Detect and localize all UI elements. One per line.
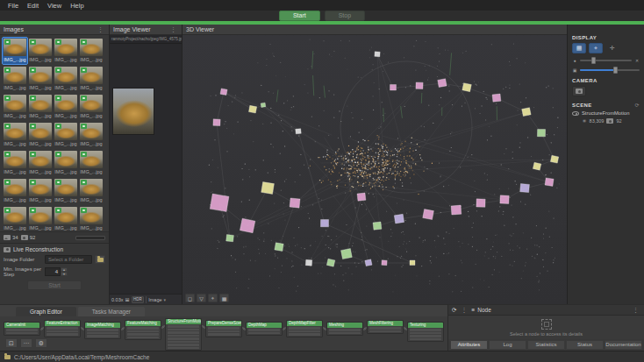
camera-plane: [451, 205, 462, 215]
graph-editor-canvas[interactable]: ⊡ ⋯ ⚙ CameraInitFeatureExtractionImageMa…: [0, 316, 447, 351]
gallery-thumbnail[interactable]: IMG_...jpg: [54, 150, 78, 176]
node-kebab-icon[interactable]: ⋮: [459, 307, 469, 314]
graph-node-featurematching[interactable]: FeatureMatching: [125, 320, 161, 340]
gallery-thumbnail[interactable]: IMG_...jpg: [28, 150, 53, 176]
image-folder-label: Image Folder: [4, 257, 42, 262]
node-refresh-icon[interactable]: ⟳: [452, 307, 456, 314]
images-menu-icon[interactable]: ⋮: [96, 26, 105, 33]
gallery-thumbnail[interactable]: IMG_...jpg: [3, 66, 27, 92]
camera-plane: [375, 52, 380, 57]
gallery-thumbnail[interactable]: IMG_...jpg: [28, 94, 53, 120]
gallery-thumbnail[interactable]: IMG_...jpg: [28, 122, 53, 148]
graph-node-featureextraction[interactable]: FeatureExtraction: [44, 320, 81, 337]
camera-plane: [550, 155, 558, 163]
graph-node-camerainit[interactable]: CameraInit: [4, 322, 40, 336]
more-options-icon[interactable]: ⋯: [20, 338, 32, 348]
gizmo-icon[interactable]: ⌖: [208, 294, 218, 302]
gallery-thumbnail[interactable]: IMG_...jpg: [79, 66, 104, 92]
graph-node-texturing[interactable]: Texturing: [407, 322, 444, 342]
graph-node-depthmap[interactable]: DepthMap: [246, 322, 283, 336]
node-tab-documentation[interactable]: Documentation: [605, 340, 642, 350]
menu-file[interactable]: File: [4, 1, 23, 11]
node-tab-log[interactable]: Log: [489, 340, 526, 350]
gallery-thumbnail[interactable]: IMG_...jpg: [3, 94, 27, 120]
gallery-thumbnail[interactable]: IMG_...jpg: [79, 122, 104, 148]
scene-sync-icon[interactable]: ⟳: [635, 102, 640, 108]
image-viewer-canvas[interactable]: [110, 44, 182, 294]
gallery-thumbnail[interactable]: IMG_...jpg: [79, 178, 104, 204]
gallery-thumbnail[interactable]: IMG_...jpg: [28, 38, 53, 64]
min-images-stepper[interactable]: 4 ▴ ▾: [45, 267, 68, 276]
render-mode-icon[interactable]: ◻: [185, 294, 195, 302]
gizmo-toggle-icon[interactable]: ⌖: [589, 43, 603, 53]
browse-folder-button[interactable]: [95, 255, 105, 264]
fit-graph-icon[interactable]: ⊡: [5, 338, 18, 348]
node-tab-attributes[interactable]: Attributes: [450, 340, 488, 350]
gallery-thumbnail[interactable]: IMG_...jpg: [54, 66, 78, 92]
graph-settings-gear-icon[interactable]: ⚙: [35, 338, 47, 348]
gallery-thumbnail[interactable]: IMG_...jpg: [3, 150, 27, 176]
thumbnail-label: IMG_...jpg: [4, 224, 26, 231]
wireframe-icon[interactable]: ▽: [197, 294, 206, 302]
thumbnail-label: IMG_...jpg: [80, 112, 103, 119]
locator-toggle-icon[interactable]: ✛: [605, 43, 619, 53]
image-viewer-menu-icon[interactable]: ⋮: [168, 26, 178, 33]
gallery-thumbnail[interactable]: IMG_...jpg: [79, 38, 104, 64]
node-tab-statistics[interactable]: Statistics: [527, 340, 565, 350]
point-size-slider[interactable]: [580, 60, 632, 61]
image-icon: [4, 235, 11, 240]
gallery-thumbnail[interactable]: IMG_...jpg: [3, 206, 27, 231]
viewport-3d[interactable]: ◻ ▽ ⌖ ▦: [182, 35, 567, 304]
visibility-eye-icon[interactable]: [572, 111, 579, 116]
start-button[interactable]: Start: [279, 11, 320, 21]
reset-icon[interactable]: ✕: [634, 58, 640, 63]
gallery-thumbnail[interactable]: IMG_...jpg: [79, 206, 104, 231]
node-tab-status[interactable]: Status: [566, 340, 604, 350]
spin-down-icon[interactable]: ▾: [61, 272, 68, 276]
thumbnail-label: IMG_...jpg: [29, 56, 52, 63]
images-panel-header: Images ⋮: [0, 25, 109, 35]
hdr-toggle[interactable]: HDR: [132, 296, 145, 303]
gallery-thumbnail[interactable]: IMG_...jpg: [54, 38, 78, 64]
image-overlay-button[interactable]: [572, 86, 586, 96]
node-attribute-row: [369, 327, 401, 330]
gallery-thumbnail[interactable]: IMG_...jpg: [54, 206, 78, 231]
stop-button[interactable]: Stop: [325, 11, 365, 21]
menu-view[interactable]: View: [43, 1, 66, 11]
graph-node-meshfiltering[interactable]: MeshFiltering: [367, 320, 404, 334]
fit-image-icon[interactable]: ⊞: [125, 296, 129, 302]
gallery-thumbnail[interactable]: IMG_...jpg: [54, 122, 78, 148]
gallery-thumbnail[interactable]: IMG_...jpg: [28, 206, 53, 231]
gallery-thumbnail[interactable]: IMG_...jpg: [3, 38, 27, 64]
view-mode-select[interactable]: Image: [148, 297, 161, 302]
gallery-thumbnail[interactable]: IMG_...jpg: [28, 66, 53, 92]
view-mode-dropdown-icon[interactable]: ▾: [164, 297, 167, 302]
graph-node-depthmapfilter[interactable]: DepthMapFilter: [286, 320, 323, 337]
gallery-thumbnail[interactable]: IMG_...jpg: [54, 94, 78, 120]
gallery-thumbnail[interactable]: IMG_...jpg: [3, 122, 27, 148]
graph-node-structurefrommotion[interactable]: StructureFromMotion: [165, 318, 202, 351]
image-folder-input[interactable]: Select a Folder: [45, 255, 92, 264]
grid-toggle-icon[interactable]: ▦: [572, 43, 586, 53]
grid-icon[interactable]: ▦: [219, 294, 229, 302]
graph-node-meshing[interactable]: Meshing: [326, 322, 363, 336]
menu-edit[interactable]: Edit: [23, 1, 43, 11]
scene-media-row[interactable]: StructureFromMotion: [572, 110, 640, 116]
graph-node-preparedensescene[interactable]: PrepareDenseScene: [205, 320, 242, 337]
live-start-button[interactable]: Start: [27, 280, 82, 290]
thumbnail-label: IMG_...jpg: [54, 196, 77, 203]
gallery-thumbnail[interactable]: IMG_...jpg: [79, 94, 104, 120]
gallery-thumbnail[interactable]: IMG_...jpg: [28, 178, 53, 204]
tab-tasks-manager[interactable]: Tasks Manager: [78, 307, 145, 316]
menu-help[interactable]: Help: [66, 1, 88, 11]
gallery-thumbnail[interactable]: IMG_...jpg: [54, 178, 78, 204]
gallery-thumbnail[interactable]: IMG_...jpg: [79, 150, 104, 176]
gallery-thumbnail[interactable]: IMG_...jpg: [3, 178, 27, 204]
min-images-value[interactable]: 4: [45, 267, 61, 276]
camera-scale-slider[interactable]: [580, 69, 640, 71]
graph-node-imagematching[interactable]: ImageMatching: [84, 322, 121, 339]
node-panel-menu-icon[interactable]: ⋮: [631, 307, 640, 314]
node-attribute-row: [248, 329, 280, 331]
live-reconstruction-header[interactable]: Live Reconstruction: [4, 246, 105, 252]
tab-graph-editor[interactable]: Graph Editor: [16, 307, 76, 316]
